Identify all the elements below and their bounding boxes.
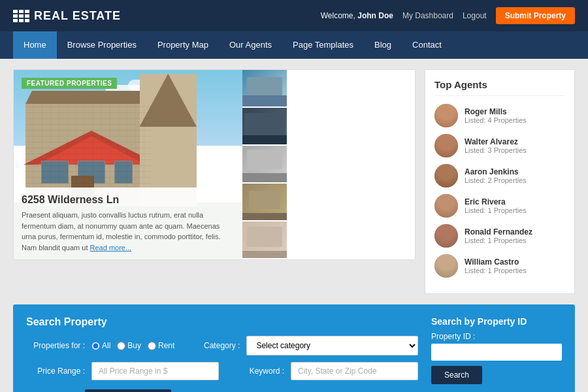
agent-6-name: William Castro [465, 257, 527, 267]
agent-1-listed: Listed: 4 Properties [465, 116, 527, 124]
agent-3-avatar [434, 164, 458, 188]
submit-property-button[interactable]: Submit Property [496, 7, 575, 24]
agent-4: Eric Rivera Listed: 1 Properties [434, 194, 565, 218]
main-property-image: FEATURED PROPERTIES [14, 70, 242, 259]
search-title: Search Property [26, 316, 418, 328]
agent-2-info: Walter Alvarez Listed: 3 Properties [465, 137, 527, 154]
agent-6: William Castro Listed: 1 Properties [434, 254, 565, 278]
main-content: FEATURED PROPERTIES [0, 59, 588, 304]
search-by-id-title: Search by Property ID [431, 316, 562, 327]
category-label: Category : [181, 341, 240, 350]
category-select[interactable]: Select category [246, 336, 418, 355]
property-desc: Praesent aliquam, justo convallis luctus… [22, 210, 235, 253]
nav-agents[interactable]: Our Agents [219, 31, 282, 59]
agent-2-listed: Listed: 3 Properties [465, 146, 527, 154]
featured-inner: FEATURED PROPERTIES [14, 70, 415, 259]
agent-5-info: Ronald Fernandez Listed: 1 Properties [465, 227, 532, 244]
property-overlay: 6258 Wilderness Ln Praesent aliquam, jus… [14, 188, 242, 259]
property-id-input[interactable] [431, 344, 562, 361]
agent-2-avatar [434, 134, 458, 157]
username: John Doe [357, 11, 393, 20]
logout-link[interactable]: Logout [463, 11, 487, 20]
agent-1: Roger Mills Listed: 4 Properties [434, 104, 565, 127]
search-properties-button[interactable]: Search Properties [85, 389, 171, 392]
read-more-link[interactable]: Read more... [90, 244, 132, 252]
nav-blog[interactable]: Blog [364, 31, 402, 59]
nav-contact[interactable]: Contact [402, 31, 452, 59]
featured-wrapper: FEATURED PROPERTIES [13, 69, 416, 260]
agent-4-info: Eric Rivera Listed: 1 Properties [465, 197, 527, 214]
agent-5-listed: Listed: 1 Properties [465, 237, 532, 244]
agent-5-name: Ronald Fernandez [465, 227, 532, 237]
properties-for-radios: All Buy Rent [91, 341, 174, 350]
radio-rent-label[interactable]: Rent [148, 341, 174, 350]
logo: REAL ESTATE [13, 9, 121, 23]
logo-text: REAL ESTATE [34, 9, 121, 23]
main-nav: Home Browse Properties Property Map Our … [0, 31, 588, 59]
price-range-label: Price Range : [26, 367, 85, 376]
search-right: Search by Property ID Property ID : Sear… [431, 316, 562, 392]
radio-buy-label[interactable]: Buy [117, 341, 141, 350]
agent-4-listed: Listed: 1 Properties [465, 206, 527, 214]
logo-icon [13, 10, 29, 22]
search-button-row: Search Properties [85, 387, 418, 392]
properties-for-label: Properties for : [26, 341, 85, 350]
nav-templates[interactable]: Page Templates [282, 31, 364, 59]
featured-section: FEATURED PROPERTIES [13, 69, 416, 294]
thumbnail-5[interactable] [242, 221, 287, 259]
nav-home[interactable]: Home [13, 31, 57, 59]
agent-3-name: Aaron Jenkins [465, 167, 527, 176]
agent-6-avatar [434, 254, 458, 278]
agent-5: Ronald Fernandez Listed: 1 Properties [434, 224, 565, 248]
thumbnail-2[interactable] [242, 108, 287, 146]
agent-2-name: Walter Alvarez [465, 137, 527, 146]
dashboard-link[interactable]: My Dashboard [402, 11, 453, 20]
price-keyword-row: Price Range : Keyword : [26, 362, 418, 380]
agents-sidebar: Top Agents Roger Mills Listed: 4 Propert… [425, 69, 575, 294]
keyword-label: Keyword : [225, 367, 284, 376]
agent-1-name: Roger Mills [465, 107, 527, 116]
radio-all-label[interactable]: All [91, 341, 110, 350]
radio-rent[interactable] [148, 342, 156, 350]
agent-5-avatar [434, 224, 458, 248]
thumbnail-4[interactable] [242, 184, 287, 221]
agent-6-info: William Castro Listed: 1 Properties [465, 257, 527, 274]
header: REAL ESTATE Welcome, John Doe My Dashboa… [0, 0, 588, 31]
agent-3-listed: Listed: 2 Properties [465, 176, 527, 184]
agent-1-info: Roger Mills Listed: 4 Properties [465, 107, 527, 124]
radio-all[interactable] [91, 342, 100, 350]
agent-6-listed: Listed: 1 Properties [465, 267, 527, 274]
thumbnail-1[interactable] [242, 70, 287, 108]
header-right: Welcome, John Doe My Dashboard Logout Su… [321, 7, 575, 24]
nav-browse[interactable]: Browse Properties [57, 31, 147, 59]
agent-1-avatar [434, 104, 458, 127]
welcome-text: Welcome, John Doe [321, 11, 393, 20]
price-range-input[interactable] [91, 362, 219, 380]
keyword-input[interactable] [291, 362, 418, 380]
featured-badge: FEATURED PROPERTIES [22, 78, 117, 89]
search-section: Search Property Properties for : All Buy… [13, 304, 575, 392]
agent-2: Walter Alvarez Listed: 3 Properties [434, 134, 565, 157]
property-id-label: Property ID : [431, 332, 562, 341]
agent-4-avatar [434, 194, 458, 218]
agents-title: Top Agents [434, 79, 565, 96]
agent-3-info: Aaron Jenkins Listed: 2 Properties [465, 167, 527, 184]
featured-thumbnails [242, 70, 287, 259]
property-name: 6258 Wilderness Ln [22, 194, 235, 206]
id-search-button[interactable]: Search [431, 366, 482, 384]
agent-3: Aaron Jenkins Listed: 2 Properties [434, 164, 565, 188]
properties-for-row: Properties for : All Buy Rent Category :… [26, 336, 418, 355]
thumbnail-3[interactable] [242, 146, 287, 184]
search-left: Search Property Properties for : All Buy… [26, 316, 418, 392]
agent-4-name: Eric Rivera [465, 197, 527, 206]
radio-buy[interactable] [117, 342, 125, 350]
nav-map[interactable]: Property Map [147, 31, 219, 59]
